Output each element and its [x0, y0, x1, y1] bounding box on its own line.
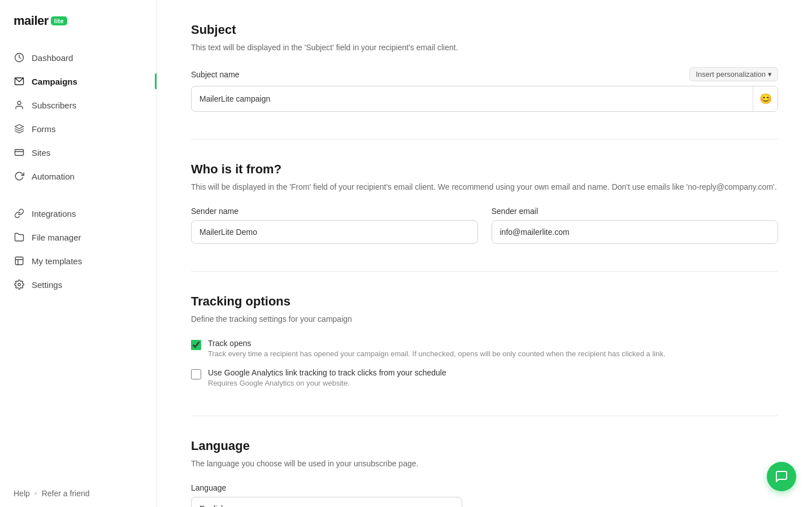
creditcard-icon — [14, 147, 25, 158]
sidebar: mailer lite Dashboard Campaigns Subscrib… — [0, 0, 157, 507]
sender-name-input[interactable] — [191, 220, 478, 244]
track-opens-checkbox-wrap — [191, 340, 201, 352]
subject-name-label-row: Subject name Insert personalization ▾ — [191, 67, 778, 81]
help-link[interactable]: Help — [14, 489, 30, 498]
sidebar-item-settings[interactable]: Settings — [7, 273, 150, 296]
google-analytics-row: Use Google Analytics link tracking to tr… — [191, 368, 778, 388]
nav-section: Dashboard Campaigns Subscribers Forms — [0, 46, 157, 480]
sidebar-item-subscribers-label: Subscribers — [32, 100, 76, 110]
sidebar-item-integrations-label: Integrations — [32, 209, 76, 218]
layers-icon — [14, 123, 25, 134]
refresh-icon — [14, 171, 25, 182]
sidebar-item-file-manager[interactable]: File manager — [7, 226, 150, 248]
from-title: Who is it from? — [191, 162, 778, 177]
subject-title: Subject — [191, 23, 778, 37]
subject-name-input[interactable] — [192, 88, 753, 110]
divider-1 — [191, 139, 778, 139]
chat-icon — [775, 470, 788, 483]
from-section: Who is it from? This will be displayed i… — [191, 162, 778, 244]
person-icon — [14, 99, 25, 111]
tracking-desc: Define the tracking settings for your ca… — [191, 313, 778, 325]
logo-badge: lite — [51, 16, 67, 25]
language-title: Language — [191, 439, 778, 453]
tracking-title: Tracking options — [191, 294, 778, 309]
sidebar-item-dashboard[interactable]: Dashboard — [7, 46, 150, 69]
divider-2 — [191, 271, 778, 272]
sidebar-item-forms[interactable]: Forms — [7, 117, 150, 140]
clock-icon — [14, 52, 25, 63]
language-section: Language The language you choose will be… — [191, 439, 778, 507]
sidebar-item-automation-label: Automation — [32, 172, 75, 181]
track-opens-label: Track opens — [208, 339, 666, 348]
insert-personalization-label: Insert personalization — [696, 70, 766, 78]
google-analytics-text: Use Google Analytics link tracking to tr… — [208, 368, 446, 388]
emoji-button[interactable]: 😊 — [753, 86, 778, 111]
svg-rect-4 — [15, 150, 24, 156]
sidebar-item-settings-label: Settings — [32, 280, 62, 290]
svg-point-2 — [18, 101, 21, 104]
chevron-down-icon: ▾ — [768, 70, 772, 78]
sidebar-item-integrations[interactable]: Integrations — [7, 202, 150, 225]
tracking-section: Tracking options Define the tracking set… — [191, 294, 778, 388]
insert-personalization-button[interactable]: Insert personalization ▾ — [689, 67, 778, 81]
track-opens-desc: Track every time a recipient has opened … — [208, 349, 666, 359]
folder-icon — [14, 231, 25, 243]
sidebar-item-subscribers[interactable]: Subscribers — [7, 94, 150, 116]
separator: • — [34, 489, 37, 498]
svg-rect-6 — [15, 257, 23, 265]
logo-area: mailer lite — [0, 0, 157, 46]
language-select[interactable]: English Spanish French German Italian Po… — [191, 497, 462, 507]
google-analytics-desc: Requires Google Analytics on your websit… — [208, 378, 446, 388]
sidebar-item-file-manager-label: File manager — [32, 233, 81, 242]
link-icon — [14, 208, 25, 219]
sidebar-item-automation[interactable]: Automation — [7, 165, 150, 187]
track-opens-text: Track opens Track every time a recipient… — [208, 339, 666, 359]
from-desc: This will be displayed in the 'From' fie… — [191, 181, 778, 193]
subject-section: Subject This text will be displayed in t… — [191, 23, 778, 112]
sidebar-item-my-templates-label: My templates — [32, 256, 82, 266]
sender-name-field: Sender name — [191, 207, 478, 244]
subject-input-row: 😊 — [191, 86, 778, 112]
divider-3 — [191, 416, 778, 416]
logo: mailer lite — [14, 14, 143, 28]
sidebar-item-dashboard-label: Dashboard — [32, 53, 73, 63]
main-content: Subject This text will be displayed in t… — [157, 0, 812, 507]
sender-email-label: Sender email — [492, 207, 779, 216]
language-desc: The language you choose will be used in … — [191, 458, 778, 470]
language-field-label: Language — [191, 483, 778, 492]
google-analytics-checkbox-wrap — [191, 369, 201, 382]
track-opens-row: Track opens Track every time a recipient… — [191, 339, 778, 359]
logo-text: mailer — [14, 14, 49, 28]
refer-link[interactable]: Refer a friend — [42, 489, 90, 498]
google-analytics-checkbox[interactable] — [191, 369, 201, 379]
track-opens-checkbox[interactable] — [191, 340, 201, 350]
google-analytics-label: Use Google Analytics link tracking to tr… — [208, 368, 446, 377]
template-icon — [14, 255, 25, 266]
gear-icon — [14, 279, 25, 290]
mail-icon — [14, 76, 25, 87]
sender-name-label: Sender name — [191, 207, 478, 216]
sidebar-bottom: Help • Refer a friend — [0, 480, 157, 507]
svg-marker-3 — [15, 125, 24, 129]
from-fields: Sender name Sender email — [191, 207, 778, 244]
sender-email-input[interactable] — [492, 220, 779, 244]
sidebar-item-campaigns-label: Campaigns — [32, 77, 77, 86]
subject-name-label: Subject name — [191, 70, 240, 79]
sidebar-item-sites[interactable]: Sites — [7, 141, 150, 164]
sidebar-item-campaigns[interactable]: Campaigns — [7, 70, 150, 93]
language-select-wrap: English Spanish French German Italian Po… — [191, 497, 462, 507]
chat-bubble-button[interactable] — [767, 462, 796, 491]
sidebar-item-sites-label: Sites — [32, 148, 50, 158]
sender-email-field: Sender email — [492, 207, 779, 244]
svg-point-7 — [18, 283, 21, 286]
sidebar-item-my-templates[interactable]: My templates — [7, 250, 150, 272]
subject-desc: This text will be displayed in the 'Subj… — [191, 42, 778, 54]
sidebar-item-forms-label: Forms — [32, 124, 56, 134]
emoji-icon: 😊 — [759, 93, 772, 105]
